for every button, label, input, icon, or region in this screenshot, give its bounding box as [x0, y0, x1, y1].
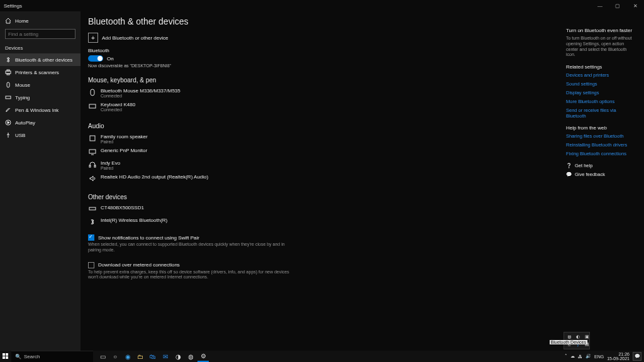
device-name: CT480BX500SSD1	[101, 205, 144, 211]
home-icon	[5, 18, 11, 24]
device-status: Connected	[101, 107, 135, 112]
give-feedback-link[interactable]: 💬 Give feedback	[566, 172, 635, 177]
sidebar-item-label: Mouse	[15, 82, 30, 88]
sidebar-item-usb[interactable]: USB	[0, 129, 80, 141]
device-name: Keyboard K480	[101, 102, 135, 107]
metered-checkbox[interactable]	[88, 262, 94, 268]
svg-rect-7	[89, 104, 96, 108]
sidebar-item-label: Printers & scanners	[15, 70, 59, 75]
sidebar-item-mouse[interactable]: Mouse	[0, 79, 80, 91]
device-status: Paired	[101, 140, 148, 144]
home-nav[interactable]: Home	[0, 15, 80, 26]
right-panel: Turn on Bluetooth even faster To turn Bl…	[566, 28, 635, 177]
get-help-link[interactable]: ❔ Get help	[566, 163, 635, 168]
related-link[interactable]: Devices and printers	[566, 72, 635, 78]
section-audio-heading: Audio	[88, 123, 478, 129]
device-name: Bluetooth Mouse M336/M337/M535	[101, 88, 180, 94]
device-row[interactable]: Generic PnP Monitor	[88, 146, 478, 158]
tray-chevron-up-icon[interactable]: ˄	[565, 354, 567, 359]
monitor-device-icon	[88, 148, 97, 156]
faster-body: To turn Bluetooth on or off without open…	[566, 36, 635, 58]
sidebar-item-label: Pen & Windows Ink	[15, 107, 58, 113]
related-link[interactable]: Send or receive files via Bluetooth	[566, 107, 635, 119]
cortana-button[interactable]: ○	[109, 351, 121, 362]
taskbar-app-settings[interactable]: ⚙	[197, 351, 209, 362]
action-center-button[interactable]: 💬	[633, 352, 641, 361]
tray-network-icon[interactable]: 🖧	[578, 354, 582, 359]
maximize-button[interactable]: ▢	[609, 0, 626, 11]
device-status: Paired	[101, 166, 120, 170]
device-row[interactable]: Realtek HD Audio 2nd output (Realtek(R) …	[88, 172, 478, 185]
metered-help: To help prevent extra charges, keep this…	[88, 270, 289, 281]
tray-item[interactable]: ⛨	[565, 334, 573, 340]
add-device-button[interactable]: + Add Bluetooth or other device	[88, 33, 478, 43]
mouse-icon	[5, 82, 11, 88]
device-row[interactable]: Indy Evo Paired	[88, 158, 478, 172]
svg-rect-2	[7, 74, 9, 75]
device-row[interactable]: Keyboard K480 Connected	[88, 100, 478, 114]
sidebar-item-bluetooth[interactable]: Bluetooth & other devices	[0, 53, 80, 66]
svg-rect-0	[6, 71, 11, 74]
start-button[interactable]	[0, 351, 11, 362]
task-view-button[interactable]: ▭	[97, 351, 108, 362]
related-link[interactable]: Display settings	[566, 90, 635, 96]
device-row[interactable]: CT480BX500SSD1	[88, 203, 478, 216]
faster-title: Turn on Bluetooth even faster	[566, 28, 635, 33]
taskbar-search[interactable]: 🔍 Search	[11, 351, 93, 362]
svg-rect-16	[6, 356, 8, 359]
svg-rect-13	[3, 353, 5, 356]
device-name: Generic PnP Monitor	[101, 148, 147, 153]
sidebar-item-pen[interactable]: Pen & Windows Ink	[0, 104, 80, 116]
help-link[interactable]: Fixing Bluetooth connections	[566, 151, 635, 156]
autoplay-icon	[5, 119, 11, 126]
related-link[interactable]: Sound settings	[566, 81, 635, 87]
device-name: Family room speaker	[101, 134, 148, 140]
help-link[interactable]: Sharing files over Bluetooth	[566, 133, 635, 139]
pen-icon	[5, 107, 11, 113]
speaker-device-icon	[88, 134, 97, 143]
svg-rect-4	[6, 96, 11, 99]
tray-language[interactable]: ENG	[594, 354, 604, 359]
close-button[interactable]: ✕	[626, 0, 644, 11]
page-title: Bluetooth & other devices	[88, 16, 478, 26]
sidebar-item-label: Bluetooth & other devices	[15, 57, 72, 63]
tray-clock[interactable]: 21:26 15-09-2021	[607, 352, 630, 361]
taskbar-app-store[interactable]: 🛍	[147, 351, 158, 362]
drive-device-icon	[88, 205, 97, 214]
tray-onedrive-icon[interactable]: ☁	[570, 354, 575, 359]
tray-item[interactable]: ◐	[574, 334, 582, 340]
taskbar-app-explorer[interactable]: 🗀	[135, 351, 146, 362]
taskbar-app-steam[interactable]: ◑	[172, 351, 184, 362]
sidebar-item-typing[interactable]: Typing	[0, 91, 80, 104]
device-row[interactable]: Intel(R) Wireless Bluetooth(R)	[88, 216, 478, 228]
help-link[interactable]: Reinstalling Bluetooth drivers	[566, 142, 635, 148]
titlebar: Settings — ▢ ✕	[0, 0, 644, 11]
bluetooth-icon	[5, 57, 11, 63]
taskbar-search-placeholder: Search	[24, 354, 40, 359]
feedback-icon: 💬	[566, 172, 572, 177]
tray-item[interactable]: ▣	[583, 334, 591, 340]
taskbar-app-edge[interactable]: ◉	[122, 351, 133, 362]
tray-volume-icon[interactable]: 🔊	[586, 354, 591, 359]
taskbar-app-chrome[interactable]: ◍	[185, 351, 196, 362]
related-title: Related settings	[566, 64, 635, 70]
device-row[interactable]: Bluetooth Mouse M336/M337/M535 Connected	[88, 86, 478, 100]
sidebar-item-autoplay[interactable]: AutoPlay	[0, 116, 80, 129]
home-label: Home	[15, 18, 28, 24]
settings-search-input[interactable]	[5, 29, 75, 39]
help-title: Help from the web	[566, 125, 635, 131]
swift-pair-label: Show notifications to connect using Swif…	[98, 235, 199, 241]
taskbar-app-mail[interactable]: ✉	[160, 351, 171, 362]
svg-rect-3	[7, 82, 9, 87]
swift-pair-checkbox[interactable]	[88, 234, 94, 241]
discoverable-text: Now discoverable as "DESKTOP-3IF8NI8"	[88, 63, 478, 68]
svg-rect-10	[89, 165, 91, 167]
minimize-button[interactable]: —	[591, 0, 609, 11]
add-device-label: Add Bluetooth or other device	[102, 35, 168, 41]
device-row[interactable]: Family room speaker Paired	[88, 132, 478, 146]
section-mouse-heading: Mouse, keyboard, & pen	[88, 77, 478, 84]
sidebar-item-printers[interactable]: Printers & scanners	[0, 66, 80, 79]
bluetooth-toggle[interactable]	[88, 55, 103, 62]
related-link[interactable]: More Bluetooth options	[566, 99, 635, 104]
keyboard-device-icon	[88, 102, 97, 111]
